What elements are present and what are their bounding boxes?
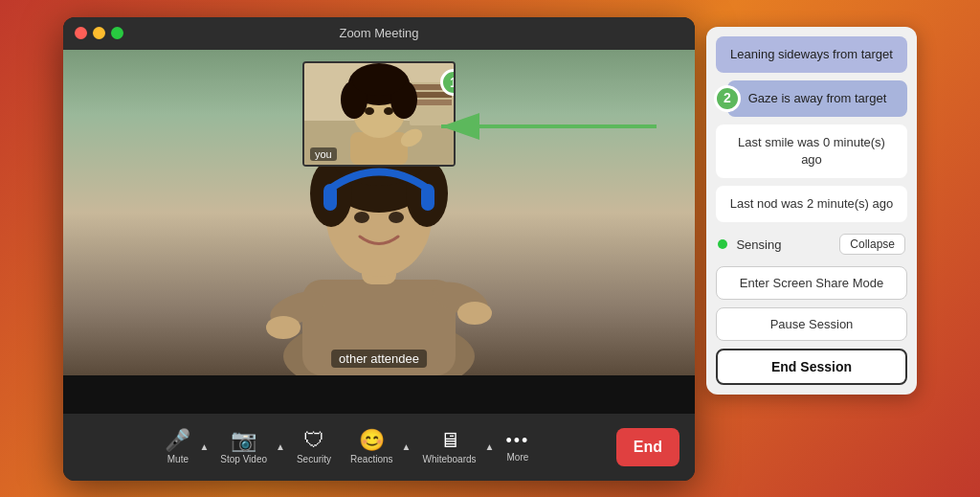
stop-video-button[interactable]: 📷 Stop Video <box>212 426 275 468</box>
reactions-label: Reactions <box>350 454 392 464</box>
svg-point-30 <box>384 107 393 115</box>
more-button[interactable]: ••• More <box>498 428 537 466</box>
toolbar: 🎤 Mute ▲ 📷 Stop Video ▲ 🛡 <box>63 414 695 481</box>
whiteboards-group: 🖥 Whiteboards ▲ <box>414 426 494 468</box>
end-session-button[interactable]: End Session <box>716 349 907 385</box>
lean-notification: Leaning sideways from target <box>716 36 907 73</box>
traffic-lights <box>75 27 123 39</box>
nod-info: Last nod was 2 minute(s) ago <box>716 186 907 222</box>
reactions-button[interactable]: 😊 Reactions <box>343 426 400 468</box>
video-group: 📷 Stop Video ▲ <box>212 426 285 468</box>
sensing-status: Sensing <box>718 236 781 253</box>
video-icon: 📷 <box>231 430 256 451</box>
svg-point-5 <box>457 302 492 325</box>
mute-button[interactable]: 🎤 Mute <box>157 426 198 468</box>
more-icon: ••• <box>505 432 529 449</box>
minimize-button[interactable] <box>93 27 105 39</box>
whiteboards-label: Whiteboards <box>422 454 476 464</box>
more-label: More <box>507 452 529 463</box>
sensing-dot <box>718 239 727 249</box>
toolbar-center: 🎤 Mute ▲ 📷 Stop Video ▲ 🛡 <box>78 426 616 468</box>
close-button[interactable] <box>75 27 87 39</box>
svg-point-15 <box>389 212 404 223</box>
security-group: 🛡 Security <box>289 426 339 468</box>
badge-2: 2 <box>714 85 741 112</box>
pause-session-button[interactable]: Pause Session <box>716 307 907 341</box>
right-panel: Leaning sideways from target 2 Gaze is a… <box>706 27 917 395</box>
mute-chevron[interactable]: ▲ <box>199 441 209 452</box>
svg-point-29 <box>365 107 374 115</box>
mute-icon: 🎤 <box>165 430 190 451</box>
other-attendee-label: other attendee <box>331 350 427 368</box>
whiteboards-chevron[interactable]: ▲ <box>485 441 495 452</box>
whiteboards-button[interactable]: 🖥 Whiteboards <box>414 426 483 468</box>
mute-label: Mute <box>167 454 189 464</box>
smile-info: Last smile was 0 minute(s) ago <box>716 124 907 178</box>
reactions-icon: 😊 <box>359 430 385 451</box>
nod-info-text: Last nod was 2 minute(s) ago <box>730 196 894 211</box>
smile-info-text: Last smile was 0 minute(s) ago <box>738 135 885 167</box>
video-chevron[interactable]: ▲ <box>276 441 285 452</box>
svg-point-4 <box>266 316 301 339</box>
fullscreen-button[interactable] <box>111 27 123 39</box>
security-button[interactable]: 🛡 Security <box>289 426 339 468</box>
self-video: you 1 <box>302 61 456 167</box>
zoom-window: Zoom Meeting <box>63 17 695 481</box>
collapse-button[interactable]: Collapse <box>839 234 905 255</box>
reactions-chevron[interactable]: ▲ <box>402 441 412 452</box>
sensing-label: Sensing <box>736 237 781 252</box>
window-title: Zoom Meeting <box>339 26 418 40</box>
svg-point-28 <box>352 65 406 96</box>
whiteboards-icon: 🖥 <box>439 430 460 451</box>
sensing-row: Sensing Collapse <box>716 230 907 259</box>
lean-notification-text: Leaning sideways from target <box>730 47 893 61</box>
self-video-label: you <box>310 147 337 161</box>
svg-point-14 <box>354 212 369 223</box>
toolbar-right: End <box>616 428 679 466</box>
security-icon: 🛡 <box>303 430 324 451</box>
reactions-group: 😊 Reactions ▲ <box>343 426 411 468</box>
video-area: other attendee <box>63 50 695 414</box>
security-label: Security <box>297 454 331 464</box>
gaze-notification: 2 Gaze is away from target <box>727 80 907 117</box>
mute-group: 🎤 Mute ▲ <box>157 426 209 468</box>
title-bar: Zoom Meeting <box>63 17 695 50</box>
screen-share-button[interactable]: Enter Screen Share Mode <box>716 266 907 300</box>
end-button[interactable]: End <box>616 428 679 466</box>
svg-rect-21 <box>412 100 452 105</box>
gaze-notification-text: Gaze is away from target <box>748 91 887 105</box>
stop-video-label: Stop Video <box>220 454 267 464</box>
